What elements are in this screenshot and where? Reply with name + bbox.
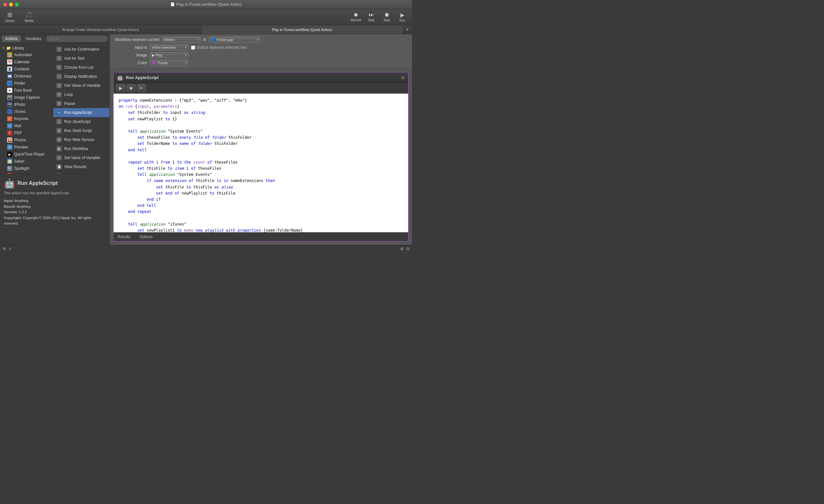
library-button[interactable]: ⊞ Library bbox=[3, 11, 16, 23]
search-input[interactable] bbox=[46, 36, 108, 41]
close-button[interactable] bbox=[3, 3, 7, 6]
image-label: Image bbox=[115, 53, 147, 58]
action-label: Get Value of Variable bbox=[64, 83, 100, 88]
sidebar-item-fontbook[interactable]: A Font Book bbox=[0, 87, 53, 94]
action-loop[interactable]: ↺ Loop bbox=[53, 90, 109, 99]
finder-select[interactable]: 🔵 Finder.app bbox=[209, 37, 261, 42]
action-ask-text[interactable]: T Ask for Text bbox=[53, 54, 109, 63]
results-tab[interactable]: Results bbox=[116, 234, 132, 240]
info-title: Run AppleScript bbox=[17, 180, 58, 186]
minimize-button[interactable] bbox=[9, 3, 13, 6]
sidebar-item-preview[interactable]: 👁 Preview bbox=[0, 143, 53, 151]
spotlight-icon: 🔍 bbox=[7, 166, 12, 171]
action-icon: x bbox=[57, 83, 62, 88]
sidebar-item-pdf[interactable]: P PDF bbox=[0, 129, 53, 136]
gear-button[interactable]: ⚙ bbox=[3, 246, 6, 251]
grid-view-button[interactable]: ⊞ bbox=[400, 246, 404, 251]
sidebar-item-safari[interactable]: 🧭 Safari bbox=[0, 158, 53, 165]
action-run-javascript[interactable]: J Run JavaScript bbox=[53, 117, 109, 126]
action-choose-list[interactable]: ≡ Choose from List bbox=[53, 63, 109, 72]
tab-variables[interactable]: Variables bbox=[22, 35, 44, 42]
input-select[interactable]: entire selection bbox=[150, 44, 188, 51]
sidebar-item-iphoto[interactable]: 📸 iPhoto bbox=[0, 101, 53, 108]
script-edit-button[interactable]: ✏ bbox=[137, 84, 146, 92]
sidebar-item-label: Preview bbox=[14, 145, 28, 149]
action-run-shell[interactable]: $ Run Shell Script bbox=[53, 126, 109, 135]
tab-actions[interactable]: Actions bbox=[2, 35, 21, 42]
image-select[interactable]: ▶ Play bbox=[150, 52, 188, 58]
sidebar-item-finder[interactable]: 🔵 Finder bbox=[0, 80, 53, 87]
action-wait-user[interactable]: ⏱ Wait for User Action bbox=[53, 171, 109, 174]
calendar-icon: 📅 bbox=[7, 60, 12, 65]
action-icon: 📋 bbox=[57, 164, 62, 170]
step-button[interactable]: ⏭ Step bbox=[365, 12, 378, 22]
keynote-icon: K bbox=[7, 116, 12, 121]
columns-button[interactable]: ⊟ bbox=[406, 246, 409, 251]
output-replaces-checkbox[interactable] bbox=[191, 45, 195, 50]
window-controls[interactable] bbox=[3, 3, 19, 6]
action-display-notification[interactable]: ! Display Notification bbox=[53, 72, 109, 81]
stop-button[interactable]: ⏹ Stop bbox=[380, 12, 393, 22]
script-app-icon: 🤖 bbox=[117, 75, 123, 81]
action-ask-confirmation[interactable]: ? Ask for Confirmation bbox=[53, 45, 109, 54]
media-button[interactable]: 🎵 Media bbox=[23, 11, 35, 23]
action-icon: J bbox=[57, 119, 62, 124]
sidebar-item-photos[interactable]: 🌄 Photos bbox=[0, 136, 53, 143]
toolbar-right: ⏺ Record ⏭ Step ⏹ Stop ▶ Run bbox=[349, 12, 409, 22]
tab-arrange[interactable]: Arrange Finder Windows.workflow (Quick A… bbox=[0, 25, 202, 34]
action-label: Run AppleScript bbox=[64, 110, 92, 115]
action-view-results[interactable]: 📋 View Results bbox=[53, 162, 109, 171]
action-icon: ▶ bbox=[57, 146, 62, 151]
info-app-icon: 🤖 bbox=[4, 178, 14, 188]
color-select[interactable]: 🟣 Purple bbox=[150, 60, 188, 66]
action-pause[interactable]: ⏸ Pause bbox=[53, 99, 109, 108]
code-editor[interactable]: property nameExtensions : {"mp3", "wav",… bbox=[114, 94, 408, 232]
action-run-workflow[interactable]: ▶ Run Workflow bbox=[53, 144, 109, 153]
sidebar-item-contacts[interactable]: 👤 Contacts bbox=[0, 66, 53, 73]
record-button[interactable]: ⏺ Record bbox=[349, 12, 362, 22]
info-panel: 🤖 Run AppleScript This action runs the s… bbox=[0, 174, 109, 245]
library-header[interactable]: ▼ 📁 Library bbox=[0, 45, 53, 51]
tab-bar: Arrange Finder Windows.workflow (Quick A… bbox=[0, 25, 412, 34]
input-select-wrapper: entire selection bbox=[150, 44, 188, 51]
tab-play[interactable]: Play in iTunes.workflow (Quick Action) bbox=[202, 25, 403, 34]
sidebar-item-dictionary[interactable]: 📖 Dictionary bbox=[0, 73, 53, 80]
options-tab[interactable]: Options bbox=[138, 234, 154, 240]
folders-select[interactable]: folders bbox=[162, 37, 201, 42]
action-run-applescript[interactable]: A Run AppleScript bbox=[53, 108, 109, 117]
sidebar-item-automator[interactable]: 🤖 Automator bbox=[0, 51, 53, 59]
automator-icon: 🤖 bbox=[7, 52, 12, 58]
list-icon: ≡ bbox=[9, 246, 11, 251]
script-close-button[interactable]: × bbox=[401, 76, 405, 80]
action-get-variable[interactable]: x Get Value of Variable bbox=[53, 81, 109, 90]
sidebar-item-label: Font Book bbox=[14, 88, 32, 93]
right-status: ⊞ ⊟ bbox=[400, 246, 409, 251]
sidebar-item-mail[interactable]: ✉ Mail bbox=[0, 122, 53, 129]
toolbar: ⊞ Library 🎵 Media ⏺ Record ⏭ Step ⏹ Stop… bbox=[0, 9, 412, 25]
action-icon: ? bbox=[57, 47, 62, 52]
sidebar-item-quicktime[interactable]: ▶ QuickTime Player bbox=[0, 151, 53, 158]
sidebar-item-keynote[interactable]: K Keynote bbox=[0, 115, 53, 122]
action-label: Run Workflow bbox=[64, 146, 88, 151]
receives-label: Workflow receives current bbox=[115, 37, 160, 42]
photos-icon: 🌄 bbox=[7, 137, 12, 142]
run-button[interactable]: ▶ Run bbox=[396, 12, 409, 22]
pdf-icon: P bbox=[7, 130, 12, 135]
action-run-webservice[interactable]: W Run Web Service bbox=[53, 135, 109, 144]
sidebar-item-itunes[interactable]: 🎵 iTunes bbox=[0, 108, 53, 115]
tab-add-button[interactable]: + bbox=[403, 25, 412, 34]
sidebar-item-imagecapture[interactable]: 📷 Image Capture bbox=[0, 94, 53, 101]
image-select-wrapper: ▶ Play bbox=[150, 52, 188, 58]
input-label: Input is bbox=[115, 45, 147, 50]
list-view-button[interactable]: ≡ bbox=[9, 246, 11, 251]
maximize-button[interactable] bbox=[15, 3, 19, 6]
sidebar-item-label: Dictionary bbox=[14, 74, 31, 78]
sidebar-item-label: iPhoto bbox=[14, 102, 25, 107]
record-icon: ⏺ bbox=[353, 12, 358, 18]
script-stop-button[interactable]: ■ bbox=[126, 84, 135, 92]
script-play-button[interactable]: ▶ bbox=[116, 84, 125, 92]
sidebar-item-spotlight[interactable]: 🔍 Spotlight bbox=[0, 165, 53, 172]
action-set-variable[interactable]: x Set Value of Variable bbox=[53, 153, 109, 162]
fontbook-icon: A bbox=[7, 88, 12, 93]
sidebar-item-calendar[interactable]: 📅 Calendar bbox=[0, 59, 53, 66]
